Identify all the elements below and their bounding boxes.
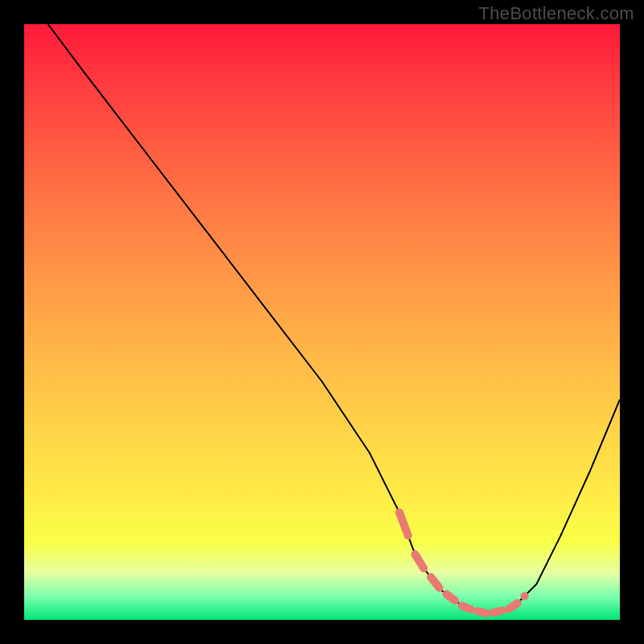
chart-plot-area [24, 24, 620, 620]
svg-point-0 [395, 509, 403, 517]
svg-point-1 [521, 592, 529, 600]
bottleneck-curve-line [48, 24, 620, 614]
watermark-text: TheBottleneck.com [479, 3, 634, 24]
optimal-range-highlight [399, 513, 518, 613]
chart-svg [24, 24, 620, 620]
